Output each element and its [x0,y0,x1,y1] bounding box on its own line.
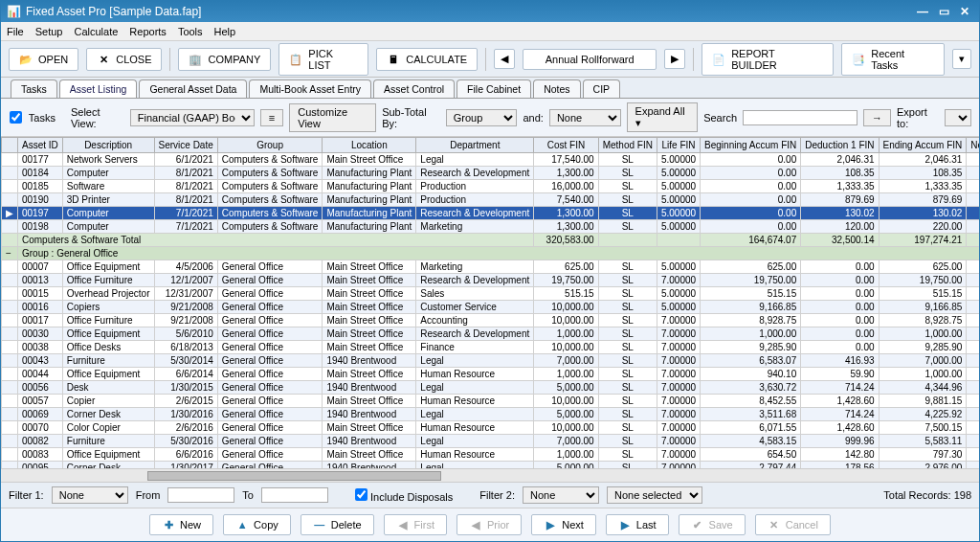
asset-grid-wrapper[interactable]: Asset IDDescriptionService DateGroupLoca… [1,137,979,468]
prior-button[interactable]: ◀Prior [457,514,522,535]
tab-cip[interactable]: CIP [583,79,621,98]
table-row[interactable]: 00190 3D Printer 8/1/2021 Computers & So… [2,193,980,207]
column-header[interactable]: Group [217,138,323,153]
cell-method: SL [598,448,657,462]
expand-all-button[interactable]: Expand All ▾ [627,102,699,132]
new-button[interactable]: ✚New [149,514,213,535]
picklist-button[interactable]: 📋PICK LIST [278,43,368,76]
column-header[interactable]: Deduction 1 FIN [801,138,879,153]
next-button[interactable]: ▶Next [531,514,596,535]
table-row[interactable]: 00043 Furniture 5/30/2014 General Office… [2,354,980,368]
tab-asset-control[interactable]: Asset Control [373,79,455,98]
last-button[interactable]: ▶Last [606,514,669,535]
cell-dept: Research & Development [416,327,534,341]
cell-begin: 625.00 [701,260,801,274]
maximize-button[interactable]: ▭ [935,5,952,18]
table-row[interactable]: 00016 Copiers 9/21/2008 General Office M… [2,301,980,314]
horizontal-scrollbar[interactable] [1,468,979,482]
cell-assetid: 00015 [18,287,63,301]
table-row[interactable]: 00057 Copier 2/6/2015 General Office Mai… [2,395,980,408]
column-header[interactable]: Beginning Accum FIN [701,138,801,153]
tab-tasks[interactable]: Tasks [11,79,57,98]
cancel-button[interactable]: ✕Cancel [755,514,831,535]
customize-view-button[interactable]: Customize View [289,103,376,132]
from-input[interactable] [167,487,234,503]
table-row[interactable]: 00017 Office Furniture 9/21/2008 General… [2,314,980,327]
include-disposals-checkbox[interactable] [355,488,368,501]
menu-help[interactable]: Help [214,26,236,37]
delete-button[interactable]: —Delete [301,514,374,535]
tab-asset-listing[interactable]: Asset Listing [59,79,138,98]
subtotal-dropdown[interactable]: Group [446,109,518,126]
search-input[interactable] [743,110,858,125]
search-go-button[interactable]: → [863,109,891,126]
export-dropdown[interactable] [945,109,971,126]
table-row[interactable]: 00015 Overhead Projector 12/31/2007 Gene… [2,287,980,301]
selectview-dropdown[interactable]: Financial (GAAP) Book [130,109,255,126]
cell-date: 5/30/2016 [154,435,217,448]
column-header[interactable]: Description [62,138,154,153]
column-header[interactable]: Ending Accum FIN [879,138,967,153]
table-row[interactable]: 00044 Office Equipment 6/6/2014 General … [2,368,980,381]
filter2-value-dropdown[interactable]: None selected [607,486,702,504]
cell-cost: 625.00 [534,260,598,274]
column-header[interactable]: Service Date [154,138,217,153]
tab-multi-book[interactable]: Multi-Book Asset Entry [249,79,371,98]
table-row[interactable]: 00056 Desk 1/30/2015 General Office 1940… [2,381,980,395]
company-button[interactable]: 🏢COMPANY [178,48,271,71]
tab-file-cabinet[interactable]: File Cabinet [457,79,531,98]
menu-setup[interactable]: Setup [35,26,63,37]
tab-notes[interactable]: Notes [533,79,580,98]
column-header[interactable]: Net Book Value FIN [967,138,979,153]
column-header[interactable]: Cost FIN [534,138,598,153]
subtotal2-dropdown[interactable]: None [549,109,621,126]
table-row[interactable]: 00069 Corner Desk 1/30/2016 General Offi… [2,408,980,421]
minimize-button[interactable]: — [914,5,931,18]
table-row[interactable]: 00038 Office Desks 6/18/2013 General Off… [2,341,980,354]
table-row[interactable]: 00184 Computer 8/1/2021 Computers & Soft… [2,167,980,180]
table-row[interactable]: 00095 Corner Desk 1/30/2017 General Offi… [2,462,980,469]
tasks-checkbox[interactable] [9,111,23,124]
recent-dropdown[interactable]: ▾ [952,49,971,69]
table-row[interactable]: 00070 Color Copier 2/6/2016 General Offi… [2,421,980,435]
close-file-button[interactable]: ✕CLOSE [86,48,162,71]
table-row[interactable]: 00185 Software 8/1/2021 Computers & Soft… [2,180,980,193]
table-row[interactable]: 00083 Office Equipment 6/6/2016 General … [2,448,980,462]
rollforward-select[interactable]: Annual Rollforward [523,49,657,70]
table-row[interactable]: ▶ 00197 Computer 7/1/2021 Computers & So… [2,207,980,220]
open-button[interactable]: 📂OPEN [9,48,78,71]
column-header[interactable]: Method FIN [598,138,657,153]
column-header[interactable]: Life FIN [657,138,700,153]
column-header[interactable]: Department [416,138,534,153]
table-row[interactable]: 00177 Network Servers 6/1/2021 Computers… [2,153,980,167]
tab-general-asset-data[interactable]: General Asset Data [139,79,247,98]
report-builder-button[interactable]: 📄REPORT BUILDER [702,43,834,76]
filter1-dropdown[interactable]: None [52,486,128,504]
filter2-dropdown[interactable]: None [523,486,599,504]
view-config-button[interactable]: ≡ [260,109,283,126]
cell-group: Computers & Software [217,153,323,167]
cell-begin: 4,583.15 [701,435,801,448]
rollforward-prev[interactable]: ◀ [494,49,515,69]
menu-calculate[interactable]: Calculate [74,26,118,37]
calculate-button[interactable]: 🖩CALCULATE [376,48,478,71]
table-row[interactable]: 00198 Computer 7/1/2021 Computers & Soft… [2,220,980,234]
to-input[interactable] [261,487,328,503]
table-row[interactable]: 00030 Office Equipment 5/6/2010 General … [2,327,980,341]
copy-button[interactable]: ▲Copy [223,514,291,535]
table-row[interactable]: 00082 Furniture 5/30/2016 General Office… [2,435,980,448]
close-button[interactable]: ✕ [956,5,973,18]
rollforward-next[interactable]: ▶ [664,49,685,69]
table-row[interactable]: 00013 Office Furniture 12/1/2007 General… [2,274,980,287]
menu-file[interactable]: File [7,26,24,37]
cell-begin: 3,630.72 [701,381,801,395]
first-button[interactable]: ◀First [384,514,447,535]
menu-reports[interactable]: Reports [129,26,167,37]
menu-tools[interactable]: Tools [178,26,203,37]
group-header-row[interactable]: −Group : General Office [2,247,980,260]
recent-tasks-button[interactable]: 📑Recent Tasks [841,43,945,76]
table-row[interactable]: 00007 Office Equipment 4/5/2006 General … [2,260,980,274]
save-button[interactable]: ✔Save [679,514,746,535]
column-header[interactable]: Location [323,138,416,153]
column-header[interactable]: Asset ID [18,138,63,153]
